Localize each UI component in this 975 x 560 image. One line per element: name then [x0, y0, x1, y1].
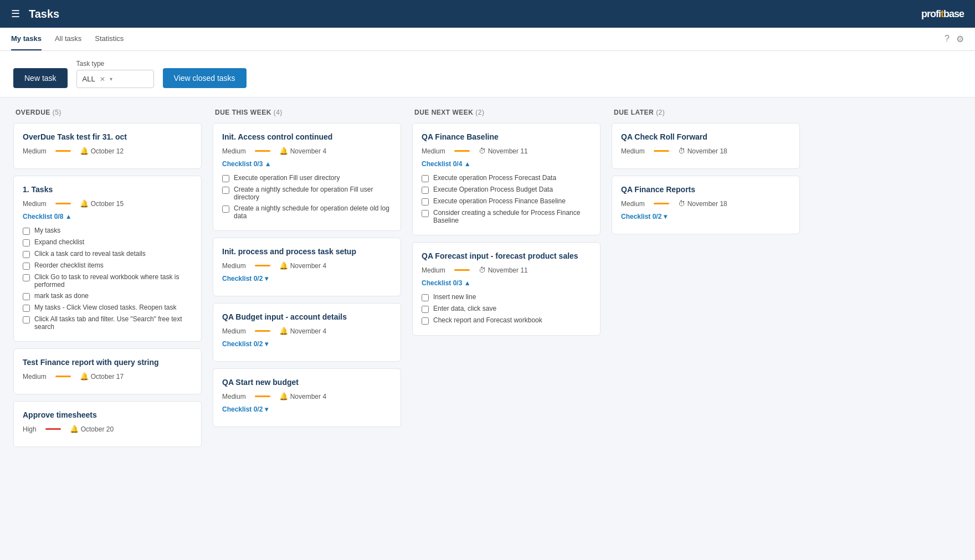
checklist-item: Consider creating a schedule for Process…: [422, 207, 591, 226]
task-meta: Medium🔔November 4: [222, 392, 392, 400]
checklist-checkbox[interactable]: [23, 293, 30, 300]
task-card[interactable]: Test Finance report with query stringMed…: [13, 348, 202, 394]
column-scroll-due-next-week: QA Finance BaselineMedium⏱November 11Che…: [412, 123, 601, 342]
due-date-text: October 20: [81, 425, 114, 433]
tab-all-tasks[interactable]: All tasks: [55, 28, 81, 50]
due-date-text: November 4: [290, 262, 326, 270]
checklist-checkbox[interactable]: [422, 187, 429, 194]
column-header-due-later: DUE LATER (2): [612, 109, 800, 116]
help-icon[interactable]: ?: [945, 34, 950, 44]
checklist-item: Execute operation Process Finance Baseli…: [422, 196, 591, 207]
tab-statistics[interactable]: Statistics: [95, 28, 124, 50]
priority-bar: [654, 150, 669, 152]
checklist-checkbox[interactable]: [23, 316, 30, 323]
checklist-item: Check report and Forecast workbook: [422, 315, 591, 326]
checklist-toggle[interactable]: Checklist 0/2 ▾: [222, 275, 268, 282]
checklist-toggle[interactable]: Checklist 0/2 ▾: [621, 213, 667, 220]
checklist-checkbox[interactable]: [23, 263, 30, 270]
checklist-item-text: My tasks - Click View closed tasks. Reop…: [34, 304, 177, 311]
task-card[interactable]: QA Start new budgetMedium🔔November 4Chec…: [213, 368, 401, 427]
column-header-due-next-week: DUE NEXT WEEK (2): [412, 109, 601, 116]
checklist-checkbox[interactable]: [23, 239, 30, 246]
settings-icon[interactable]: ⚙: [956, 34, 964, 44]
task-meta: Medium🔔November 4: [222, 261, 392, 270]
checklist-checkbox[interactable]: [422, 306, 429, 313]
checklist-checkbox[interactable]: [23, 274, 30, 281]
checklist-checkbox[interactable]: [222, 175, 229, 182]
task-meta: Medium🔔October 15: [23, 199, 192, 208]
checklist-checkbox[interactable]: [422, 198, 429, 205]
checklist-toggle[interactable]: Checklist 0/8 ▲: [23, 213, 72, 220]
due-date-icon: ⏱: [479, 266, 486, 274]
task-card[interactable]: Init. process and process task setupMedi…: [213, 238, 401, 296]
due-date-icon: 🔔: [279, 147, 288, 155]
task-card[interactable]: Approve timesheetsHigh🔔October 20: [13, 401, 202, 447]
checklist-checkbox[interactable]: [23, 305, 30, 312]
task-meta: Medium🔔October 17: [23, 372, 192, 381]
checklist-toggle[interactable]: Checklist 0/2 ▾: [222, 405, 268, 413]
task-meta: Medium🔔November 4: [222, 327, 392, 335]
task-card[interactable]: OverDue Task test fir 31. octMedium🔔Octo…: [13, 123, 202, 169]
view-closed-button[interactable]: View closed tasks: [163, 68, 247, 88]
checklist-item-text: Create a nightly schedule for operation …: [234, 186, 392, 201]
checklist-checkbox[interactable]: [422, 210, 429, 217]
checklist-checkbox[interactable]: [23, 251, 30, 258]
task-card[interactable]: 1. TasksMedium🔔October 15Checklist 0/8 ▲…: [13, 176, 202, 342]
priority-label: High: [23, 425, 37, 433]
checklist-checkbox[interactable]: [422, 317, 429, 325]
checklist-toggle[interactable]: Checklist 0/3 ▲: [222, 160, 271, 168]
priority-label: Medium: [422, 147, 445, 155]
checklist-item-text: Insert new line: [433, 293, 476, 301]
task-type-select[interactable]: ALL ✕ ▾: [76, 70, 154, 88]
due-date-icon: ⏱: [678, 199, 685, 208]
priority-label: Medium: [422, 266, 445, 274]
checklist-checkbox[interactable]: [422, 294, 429, 301]
column-title: DUE LATER: [614, 109, 654, 116]
checklist-checkbox[interactable]: [222, 187, 229, 194]
task-card-title: QA Finance Reports: [621, 185, 791, 194]
checklist-toggle[interactable]: Checklist 0/3 ▲: [422, 279, 471, 287]
clear-task-type-button[interactable]: ✕: [100, 75, 105, 83]
checklist-item: Execute operation Process Forecast Data: [422, 172, 591, 184]
checklist-item-text: Expand checklist: [34, 238, 84, 246]
column-count: (2): [656, 109, 665, 116]
due-date: 🔔October 17: [80, 372, 124, 381]
task-meta: High🔔October 20: [23, 425, 192, 433]
column-count: (5): [53, 109, 61, 116]
due-date: ⏱November 18: [678, 199, 727, 208]
task-meta: Medium🔔November 4: [222, 147, 392, 155]
due-date: 🔔November 4: [279, 261, 326, 270]
due-date-icon: 🔔: [279, 392, 288, 400]
task-card[interactable]: QA Finance ReportsMedium⏱November 18Chec…: [612, 176, 800, 234]
new-task-button[interactable]: New task: [13, 68, 68, 88]
priority-bar: [454, 150, 470, 152]
task-card[interactable]: Init. Access control continuedMedium🔔Nov…: [213, 123, 401, 231]
checklist-items: Execute operation Process Forecast DataE…: [422, 172, 591, 226]
checklist-item: Enter data, click save: [422, 303, 591, 315]
checklist-item-text: Click All tasks tab and filter. Use "Sea…: [34, 315, 192, 331]
tab-my-tasks[interactable]: My tasks: [11, 28, 42, 50]
task-card-title: Approve timesheets: [23, 410, 192, 419]
task-type-value: ALL: [83, 75, 95, 83]
hamburger-icon[interactable]: ☰: [11, 8, 20, 20]
checklist-checkbox[interactable]: [422, 175, 429, 182]
due-date-icon: 🔔: [279, 327, 288, 335]
priority-bar: [255, 330, 270, 332]
checklist-items: My tasksExpand checklistClick a task car…: [23, 225, 192, 332]
checklist-toggle[interactable]: Checklist 0/4 ▲: [422, 160, 471, 168]
priority-label: Medium: [23, 373, 47, 381]
checklist-item: Insert new line: [422, 291, 591, 303]
checklist-item: Expand checklist: [23, 237, 192, 248]
checklist-checkbox[interactable]: [222, 205, 229, 213]
task-meta: Medium🔔October 12: [23, 147, 192, 155]
column-scroll-overdue: OverDue Task test fir 31. octMedium🔔Octo…: [13, 123, 202, 454]
task-card[interactable]: QA Finance BaselineMedium⏱November 11Che…: [412, 123, 601, 235]
checklist-toggle[interactable]: Checklist 0/2 ▾: [222, 340, 268, 348]
kanban-board: OVERDUE (5)OverDue Task test fir 31. oct…: [0, 97, 975, 465]
checklist-checkbox[interactable]: [23, 228, 30, 235]
task-card[interactable]: QA Budget input - account detailsMedium🔔…: [213, 303, 401, 362]
checklist-item: mark task as done: [23, 290, 192, 302]
task-card[interactable]: QA Check Roll ForwardMedium⏱November 18: [612, 123, 800, 169]
due-date: ⏱November 11: [479, 266, 528, 274]
task-card[interactable]: QA Forecast input - forecast product sal…: [412, 242, 601, 336]
